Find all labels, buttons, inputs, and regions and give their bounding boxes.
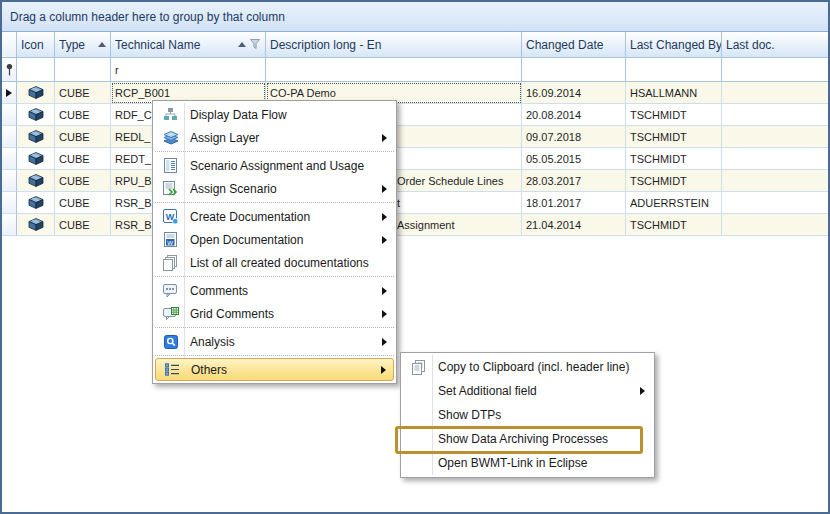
column-label: Changed Date (526, 38, 603, 52)
sort-ascending-icon (238, 42, 246, 47)
menu-item-others[interactable]: Others (155, 358, 394, 381)
cell-value: CUBE (59, 87, 90, 99)
column-header-description[interactable]: Description long - En (266, 32, 522, 58)
cell-value: RCP_B001 (115, 87, 170, 99)
last-changed-by-cell[interactable]: HSALLMANN (626, 82, 722, 104)
table-row[interactable]: CUBE REDL_ 09.07.2018 TSCHMIDT (2, 126, 828, 148)
type-cell[interactable]: CUBE (55, 214, 111, 236)
menu-item-list-documentations[interactable]: List of all created documentations (153, 251, 396, 274)
last-changed-by-cell[interactable]: TSCHMIDT (626, 104, 722, 126)
last-doc-cell[interactable] (722, 126, 828, 148)
menu-item-open-bwmt-link[interactable]: Open BWMT-Link in Eclipse (401, 451, 654, 475)
row-indicator (2, 192, 17, 214)
menu-item-label: Assign Layer (190, 131, 259, 145)
assign-scenario-icon (157, 181, 184, 196)
cell-value: ADUERRSTEIN (630, 197, 709, 209)
menu-item-scenario-assignment[interactable]: Scenario Assignment and Usage (153, 154, 396, 177)
changed-date-cell[interactable]: 21.04.2014 (522, 214, 626, 236)
menu-item-label: Open Documentation (190, 233, 303, 247)
row-type-icon-cell[interactable] (17, 148, 55, 170)
menu-item-set-additional-field[interactable]: Set Additional field (401, 379, 654, 403)
row-type-icon-cell[interactable] (17, 104, 55, 126)
last-changed-by-cell[interactable]: ADUERRSTEIN (626, 192, 722, 214)
last-doc-cell[interactable] (722, 170, 828, 192)
cell-value: CUBE (59, 131, 90, 143)
menu-item-show-data-archiving-processes[interactable]: Show Data Archiving Processes (401, 427, 654, 451)
column-header-type[interactable]: Type (55, 32, 111, 58)
table-row[interactable]: CUBE RSR_B t 18.01.2017 ADUERRSTEIN (2, 192, 828, 214)
sort-ascending-icon (98, 42, 106, 47)
changed-date-cell[interactable]: 18.01.2017 (522, 192, 626, 214)
filter-cell-changed-date[interactable] (522, 58, 626, 82)
type-cell[interactable]: CUBE (55, 170, 111, 192)
filter-cell-last-doc[interactable] (722, 58, 828, 82)
cube-icon (21, 108, 50, 121)
column-header-icon[interactable]: Icon (17, 32, 55, 58)
table-row[interactable]: CUBE REDT_ 05.05.2015 TSCHMIDT (2, 148, 828, 170)
group-by-drop-zone[interactable]: Drag a column header here to group by th… (2, 2, 828, 32)
filter-cell-last-changed-by[interactable] (626, 58, 722, 82)
type-cell[interactable]: CUBE (55, 104, 111, 126)
column-header-technical-name[interactable]: Technical Name (111, 32, 266, 58)
menu-item-show-dtps[interactable]: Show DTPs (401, 403, 654, 427)
column-header-last-changed-by[interactable]: Last Changed By (626, 32, 722, 58)
table-row[interactable]: CUBE RSR_B Assignment 21.04.2014 TSCHMID… (2, 214, 828, 236)
column-label: Description long - En (270, 38, 381, 52)
last-doc-cell[interactable] (722, 104, 828, 126)
filter-cell-technical-name[interactable]: r (111, 58, 266, 82)
cell-value: TSCHMIDT (630, 153, 687, 165)
row-type-icon-cell[interactable] (17, 82, 55, 104)
type-cell[interactable]: CUBE (55, 192, 111, 214)
filter-cell-type[interactable] (55, 58, 111, 82)
changed-date-cell[interactable]: 16.09.2014 (522, 82, 626, 104)
column-header-changed-date[interactable]: Changed Date (522, 32, 626, 58)
cell-value: CUBE (59, 109, 90, 121)
row-type-icon-cell[interactable] (17, 214, 55, 236)
menu-item-copy-to-clipboard[interactable]: Copy to Clipboard (incl. header line) (401, 355, 654, 379)
magnifier-icon (157, 335, 184, 349)
row-type-icon-cell[interactable] (17, 192, 55, 214)
cell-value: TSCHMIDT (630, 219, 687, 231)
last-doc-cell[interactable] (722, 148, 828, 170)
menu-item-grid-comments[interactable]: Grid Comments (153, 302, 396, 325)
menu-item-display-data-flow[interactable]: Display Data Flow (153, 103, 396, 126)
menu-item-label: Assign Scenario (190, 182, 277, 196)
filter-cell-description[interactable] (266, 58, 522, 82)
filter-cell-icon[interactable] (17, 58, 55, 82)
open-document-icon: W (157, 232, 184, 247)
menu-item-label: Create Documentation (190, 210, 310, 224)
menu-item-assign-layer[interactable]: Assign Layer (153, 126, 396, 149)
type-cell[interactable]: CUBE (55, 148, 111, 170)
submenu-arrow-icon (382, 185, 387, 193)
cell-value: 18.01.2017 (526, 197, 581, 209)
type-cell[interactable]: CUBE (55, 126, 111, 148)
filter-pin-cell[interactable] (2, 58, 17, 82)
last-doc-cell[interactable] (722, 82, 828, 104)
last-doc-cell[interactable] (722, 214, 828, 236)
changed-date-cell[interactable]: 05.05.2015 (522, 148, 626, 170)
row-type-icon-cell[interactable] (17, 170, 55, 192)
last-changed-by-cell[interactable]: TSCHMIDT (626, 126, 722, 148)
type-cell[interactable]: CUBE (55, 82, 111, 104)
changed-date-cell[interactable]: 20.08.2014 (522, 104, 626, 126)
table-row[interactable]: CUBE RDF_C 20.08.2014 TSCHMIDT (2, 104, 828, 126)
last-changed-by-cell[interactable]: TSCHMIDT (626, 170, 722, 192)
menu-item-analysis[interactable]: Analysis (153, 330, 396, 353)
last-changed-by-cell[interactable]: TSCHMIDT (626, 214, 722, 236)
changed-date-cell[interactable]: 09.07.2018 (522, 126, 626, 148)
table-row[interactable]: CUBE RCP_B001 CO-PA Demo 16.09.2014 HSAL… (2, 82, 828, 104)
submenu-arrow-icon (382, 236, 387, 244)
menu-item-comments[interactable]: Comments (153, 279, 396, 302)
changed-date-cell[interactable]: 28.03.2017 (522, 170, 626, 192)
menu-item-create-documentation[interactable]: W Create Documentation (153, 205, 396, 228)
row-type-icon-cell[interactable] (17, 126, 55, 148)
last-doc-cell[interactable] (722, 192, 828, 214)
table-row[interactable]: CUBE RPU_B Order Schedule Lines 28.03.20… (2, 170, 828, 192)
submenu-arrow-icon (381, 366, 386, 374)
menu-item-open-documentation[interactable]: W Open Documentation (153, 228, 396, 251)
column-header-last-doc[interactable]: Last doc. (722, 32, 828, 58)
last-changed-by-cell[interactable]: TSCHMIDT (626, 148, 722, 170)
filter-row: r (2, 58, 828, 82)
filter-funnel-icon[interactable] (250, 39, 261, 50)
menu-item-assign-scenario[interactable]: Assign Scenario (153, 177, 396, 200)
